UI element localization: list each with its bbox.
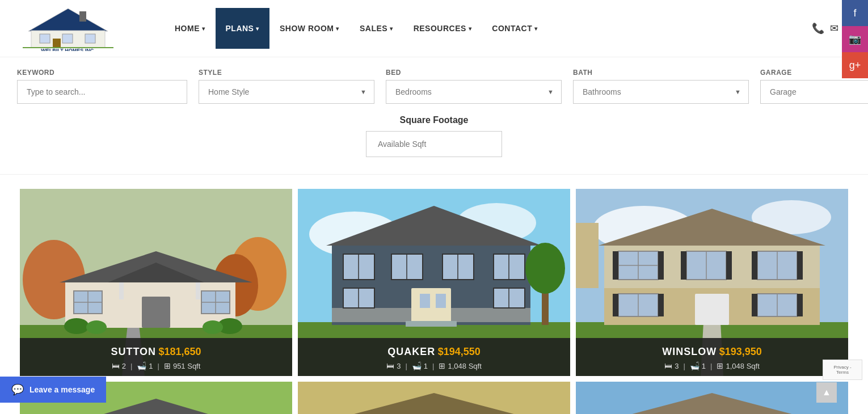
sqft-label: Square Footage bbox=[400, 115, 469, 125]
facebook-icon: f bbox=[853, 7, 856, 19]
svg-marker-0 bbox=[28, 9, 108, 31]
house-name-price: WINSLOW $193,950 bbox=[582, 346, 842, 358]
house-price: $193,950 bbox=[719, 346, 762, 357]
chat-icon: 💬 bbox=[11, 383, 24, 396]
house-card-partial-3[interactable] bbox=[576, 382, 848, 414]
partial-house-image-3 bbox=[576, 382, 848, 414]
keyword-input[interactable] bbox=[17, 80, 187, 104]
svg-text:WELBILT HOMES INC.: WELBILT HOMES INC. bbox=[41, 48, 95, 51]
bath-label: Bath bbox=[573, 69, 749, 77]
bath-detail: 🛁 1 bbox=[690, 361, 706, 370]
svg-rect-84 bbox=[752, 294, 757, 316]
house-details: 🛏 3 | 🛁 1 | ⊞ 1,048 Sqft bbox=[304, 361, 564, 370]
bed-detail: 🛏 2 bbox=[112, 361, 126, 370]
instagram-button[interactable]: 📷 bbox=[842, 26, 868, 52]
garage-select[interactable]: Garage None 1 Car 2 Car 3 Car bbox=[760, 80, 868, 104]
bed-group: Bed Bedrooms 1 2 3 4 5+ bbox=[386, 69, 562, 104]
svg-rect-85 bbox=[797, 294, 803, 316]
svg-rect-51 bbox=[420, 294, 430, 308]
bath-select[interactable]: Bathrooms 1 2 3 4+ bbox=[573, 80, 749, 104]
sqft-detail: ⊞ 1,048 Sqft bbox=[717, 361, 759, 370]
scroll-up-icon: ▲ bbox=[822, 387, 831, 398]
chevron-down-icon: ▾ bbox=[534, 26, 538, 32]
nav-sales[interactable]: SALES ▾ bbox=[349, 8, 403, 49]
svg-rect-69 bbox=[658, 251, 664, 280]
header: WELBILT HOMES INC. HOME ▾ PLANS ▾ SHOW R… bbox=[0, 0, 868, 57]
chevron-down-icon: ▾ bbox=[256, 26, 259, 32]
google-icon: g+ bbox=[849, 60, 861, 71]
google-button[interactable]: g+ bbox=[842, 52, 868, 78]
house-details: 🛏 3 | 🛁 1 | ⊞ 1,048 Sqft bbox=[582, 361, 842, 370]
chat-label: Leave a message bbox=[30, 385, 95, 394]
nav-home[interactable]: HOME ▾ bbox=[165, 8, 216, 49]
svg-rect-72 bbox=[681, 251, 686, 280]
sqft-input[interactable] bbox=[366, 131, 502, 157]
svg-rect-68 bbox=[613, 251, 618, 280]
sqft-icon: ⊞ bbox=[439, 361, 445, 370]
svg-rect-87 bbox=[576, 223, 599, 288]
svg-rect-4 bbox=[62, 34, 73, 43]
house-details: 🛏 2 | 🛁 1 | ⊞ 951 Sqft bbox=[26, 361, 286, 370]
house-card-quaker[interactable]: QUAKER $194,550 🛏 3 | 🛁 1 | ⊞ 1,048 Sqft bbox=[298, 189, 570, 376]
bed-icon: 🛏 bbox=[112, 361, 120, 370]
phone-icon[interactable]: 📞 bbox=[812, 22, 824, 35]
house-name-price: SUTTON $181,650 bbox=[26, 346, 286, 358]
sqft-icon: ⊞ bbox=[164, 361, 171, 370]
bed-detail: 🛏 3 bbox=[664, 361, 679, 370]
svg-rect-73 bbox=[726, 251, 732, 280]
privacy-link: Privacy - Terms bbox=[828, 365, 857, 375]
house-price: $181,650 bbox=[159, 346, 201, 357]
bath-icon: 🛁 bbox=[690, 361, 700, 370]
bed-select-wrapper: Bedrooms 1 2 3 4 5+ bbox=[386, 80, 562, 104]
nav-showroom[interactable]: SHOW ROOM ▾ bbox=[269, 8, 349, 49]
partial-house-image-2 bbox=[298, 382, 570, 414]
nav-contact[interactable]: CONTACT ▾ bbox=[482, 8, 547, 49]
svg-rect-3 bbox=[40, 34, 50, 43]
logo-area: WELBILT HOMES INC. bbox=[11, 6, 165, 51]
chevron-down-icon: ▾ bbox=[469, 26, 472, 32]
bed-detail: 🛏 3 bbox=[386, 361, 401, 370]
nav-plans[interactable]: PLANS ▾ bbox=[216, 8, 269, 49]
filter-row: Keyword Style Home Style Ranch Colonial … bbox=[17, 69, 851, 104]
bed-select[interactable]: Bedrooms 1 2 3 4 5+ bbox=[386, 80, 562, 104]
email-icon[interactable]: ✉ bbox=[830, 22, 838, 35]
house-card-sutton[interactable]: SUTTON $181,650 🛏 2 | 🛁 1 | ⊞ 951 Sqft bbox=[20, 189, 292, 376]
bed-label: Bed bbox=[386, 69, 562, 77]
facebook-button[interactable]: f bbox=[842, 0, 868, 26]
chevron-down-icon: ▾ bbox=[390, 26, 393, 32]
filter-bar: Keyword Style Home Style Ranch Colonial … bbox=[0, 57, 868, 175]
nav-resources[interactable]: RESOURCES ▾ bbox=[403, 8, 482, 49]
svg-rect-77 bbox=[797, 251, 803, 280]
house-info-sutton: SUTTON $181,650 🛏 2 | 🛁 1 | ⊞ 951 Sqft bbox=[20, 338, 292, 376]
recaptcha-widget: Privacy - Terms bbox=[823, 360, 862, 380]
style-select-wrapper: Home Style Ranch Colonial Split Level Ca… bbox=[199, 80, 374, 104]
svg-point-27 bbox=[64, 318, 89, 334]
svg-rect-52 bbox=[436, 294, 446, 308]
svg-rect-83 bbox=[658, 294, 664, 316]
sqft-detail: ⊞ 951 Sqft bbox=[164, 361, 200, 370]
chat-button[interactable]: 💬 Leave a message bbox=[0, 377, 106, 403]
svg-rect-6 bbox=[53, 39, 61, 48]
house-card-winslow[interactable]: WINSLOW $193,950 🛏 3 | 🛁 1 | ⊞ 1,048 Sqf… bbox=[576, 189, 848, 376]
bath-group: Bath Bathrooms 1 2 3 4+ bbox=[573, 69, 749, 104]
main-nav: HOME ▾ PLANS ▾ SHOW ROOM ▾ SALES ▾ RESOU… bbox=[165, 8, 812, 49]
bath-select-wrapper: Bathrooms 1 2 3 4+ bbox=[573, 80, 749, 104]
svg-rect-53 bbox=[406, 321, 457, 327]
scroll-up-button[interactable]: ▲ bbox=[816, 382, 837, 403]
svg-rect-18 bbox=[119, 282, 124, 299]
instagram-icon: 📷 bbox=[849, 33, 861, 45]
bath-icon: 🛁 bbox=[137, 361, 146, 370]
house-name: WINSLOW bbox=[662, 346, 717, 357]
logo-image: WELBILT HOMES INC. bbox=[11, 6, 125, 51]
bed-icon: 🛏 bbox=[664, 361, 672, 370]
style-group: Style Home Style Ranch Colonial Split Le… bbox=[199, 69, 374, 104]
bath-icon: 🛁 bbox=[412, 361, 422, 370]
house-info-quaker: QUAKER $194,550 🛏 3 | 🛁 1 | ⊞ 1,048 Sqft bbox=[298, 338, 570, 376]
style-select[interactable]: Home Style Ranch Colonial Split Level Ca… bbox=[199, 80, 374, 104]
svg-rect-76 bbox=[752, 251, 757, 280]
houses-grid: SUTTON $181,650 🛏 2 | 🛁 1 | ⊞ 951 Sqft bbox=[0, 175, 868, 414]
house-card-partial-2[interactable] bbox=[298, 382, 570, 414]
garage-select-wrapper: Garage None 1 Car 2 Car 3 Car bbox=[760, 80, 868, 104]
social-sidebar: f 📷 g+ bbox=[842, 0, 868, 78]
svg-rect-5 bbox=[85, 34, 95, 43]
